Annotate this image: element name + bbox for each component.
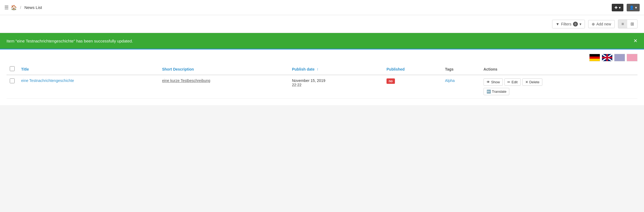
- language-flags-row: [0, 49, 644, 64]
- publish-date-label: Publish date: [292, 67, 314, 71]
- plus-icon: ✚: [614, 5, 618, 10]
- user-dropdown-arrow: ▾: [635, 5, 637, 10]
- translate-button[interactable]: 🔤 Translate: [484, 88, 510, 95]
- english-flag[interactable]: [602, 54, 613, 61]
- row-checkbox[interactable]: [10, 78, 15, 83]
- row-short-description: eine kurze Testbeschreibung: [162, 78, 210, 83]
- row-short-description-cell: eine kurze Testbeschreibung: [159, 75, 289, 99]
- filters-count-badge: 0: [573, 22, 578, 27]
- publish-date-value: November 15, 2019: [292, 78, 325, 83]
- add-new-plus-icon: ⊕: [592, 22, 595, 26]
- header-tags: Tags: [442, 64, 480, 75]
- publish-date-sort-link[interactable]: Publish date ↑: [292, 67, 318, 71]
- show-icon: 👁: [487, 80, 490, 84]
- alert-close-button[interactable]: ✕: [633, 38, 637, 44]
- translate-icon: 🔤: [487, 90, 491, 94]
- title-sort-link[interactable]: Title: [21, 67, 29, 71]
- delete-button[interactable]: ✕ Delete: [522, 78, 543, 86]
- select-all-checkbox[interactable]: [10, 66, 15, 71]
- success-alert: Item "eine Testnachrichtengeschichte" ha…: [0, 33, 644, 49]
- delete-icon: ✕: [525, 80, 528, 84]
- language4-flag[interactable]: [627, 54, 637, 61]
- table-body: eine Testnachrichtengeschichte eine kurz…: [7, 75, 637, 99]
- grid-view-icon: ⊞: [630, 22, 634, 26]
- row-tags-cell: Alpha: [442, 75, 480, 99]
- user-menu-button[interactable]: 👤 ▾: [627, 4, 640, 11]
- header-publish-date[interactable]: Publish date ↑: [289, 64, 383, 75]
- header-published[interactable]: Published: [383, 64, 442, 75]
- header-checkbox-cell: [7, 64, 18, 75]
- filters-dropdown-arrow: ▾: [579, 22, 581, 26]
- row-actions-cell: 👁 Show ✏ Edit ✕ Delete: [480, 75, 637, 99]
- news-table: Title Short Description Publish date ↑ P…: [7, 64, 637, 99]
- show-label: Show: [491, 80, 500, 84]
- row-tag-link[interactable]: Alpha: [445, 78, 455, 83]
- show-button[interactable]: 👁 Show: [484, 78, 503, 86]
- content-area: Title Short Description Publish date ↑ P…: [0, 49, 644, 105]
- publish-time-value: 22:22: [292, 83, 301, 87]
- breadcrumb-separator: /: [20, 5, 21, 10]
- translate-label: Translate: [492, 90, 507, 94]
- row-publish-date-cell: November 15, 2019 22:22: [289, 75, 383, 99]
- hamburger-icon[interactable]: ☰: [4, 5, 9, 11]
- list-view-icon: ≡: [622, 22, 624, 26]
- navbar-left: ☰ 🏠 / News List: [4, 5, 612, 11]
- language3-flag[interactable]: [614, 54, 625, 61]
- list-view-button[interactable]: ≡: [618, 20, 627, 28]
- action-row-primary: 👁 Show ✏ Edit ✕ Delete: [484, 78, 634, 86]
- filters-label: Filters: [561, 22, 571, 26]
- list-toolbar: ▼ Filters 0 ▾ ⊕ Add new ≡ ⊞: [0, 15, 644, 33]
- table-row: eine Testnachrichtengeschichte eine kurz…: [7, 75, 637, 99]
- grid-view-button[interactable]: ⊞: [627, 20, 637, 28]
- sort-arrow-icon: ↑: [317, 67, 318, 71]
- action-row-secondary: 🔤 Translate: [484, 87, 634, 95]
- delete-label: Delete: [529, 80, 540, 84]
- top-navbar: ☰ 🏠 / News List ✚ ▾ 👤 ▾: [0, 0, 644, 15]
- header-actions: Actions: [480, 64, 637, 75]
- navbar-right: ✚ ▾ 👤 ▾: [612, 4, 640, 11]
- row-title-link[interactable]: eine Testnachrichtengeschichte: [21, 78, 74, 83]
- header-title[interactable]: Title: [18, 64, 159, 75]
- alert-message: Item "eine Testnachrichtengeschichte" ha…: [7, 39, 133, 43]
- add-dropdown-arrow: ▾: [619, 5, 621, 10]
- edit-button[interactable]: ✏ Edit: [504, 78, 520, 86]
- row-checkbox-cell: [7, 75, 18, 99]
- table-header: Title Short Description Publish date ↑ P…: [7, 64, 637, 75]
- news-table-wrapper: Title Short Description Publish date ↑ P…: [0, 64, 644, 105]
- edit-label: Edit: [511, 80, 517, 84]
- filters-button[interactable]: ▼ Filters 0 ▾: [552, 20, 585, 28]
- global-add-button[interactable]: ✚ ▾: [612, 4, 623, 11]
- add-new-label: Add new: [596, 22, 611, 26]
- edit-icon: ✏: [507, 80, 510, 84]
- german-flag[interactable]: [589, 54, 600, 61]
- short-description-sort-link[interactable]: Short Description: [162, 67, 194, 71]
- row-title-cell: eine Testnachrichtengeschichte: [18, 75, 159, 99]
- page-title: News List: [24, 5, 42, 10]
- view-toggle-group: ≡ ⊞: [618, 19, 637, 28]
- row-published-cell: no: [383, 75, 442, 99]
- filter-icon: ▼: [556, 22, 559, 26]
- add-new-button[interactable]: ⊕ Add new: [588, 20, 614, 28]
- table-header-row: Title Short Description Publish date ↑ P…: [7, 64, 637, 75]
- published-sort-link[interactable]: Published: [387, 67, 405, 71]
- header-short-description[interactable]: Short Description: [159, 64, 289, 75]
- user-icon: 👤: [629, 5, 634, 10]
- home-icon[interactable]: 🏠: [11, 5, 17, 11]
- published-badge: no: [387, 78, 395, 84]
- row-publish-date: November 15, 2019 22:22: [292, 78, 325, 87]
